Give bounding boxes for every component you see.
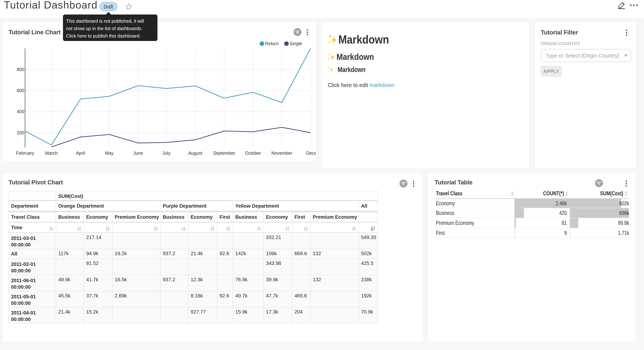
svg-text:Dece: Dece	[306, 150, 316, 156]
svg-text:September: September	[213, 150, 235, 156]
svg-text:July: July	[162, 150, 170, 156]
svg-text:March: March	[45, 150, 58, 156]
svg-text:800: 800	[17, 67, 24, 72]
svg-text:400: 400	[17, 109, 24, 114]
svg-text:May: May	[105, 150, 114, 156]
svg-text:600: 600	[17, 88, 24, 93]
svg-text:October: October	[245, 150, 261, 156]
svg-text:November: November	[272, 150, 292, 156]
svg-text:200: 200	[17, 130, 24, 135]
svg-text:Single: Single	[290, 41, 302, 46]
svg-text:August: August	[188, 150, 202, 156]
svg-text:June: June	[133, 150, 143, 156]
svg-text:February: February	[16, 150, 34, 156]
svg-text:April: April	[76, 150, 85, 156]
svg-text:Return: Return	[265, 41, 279, 46]
